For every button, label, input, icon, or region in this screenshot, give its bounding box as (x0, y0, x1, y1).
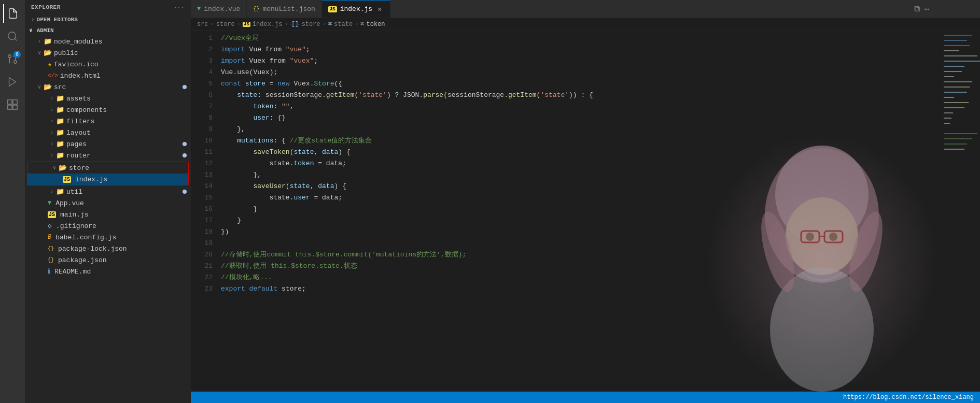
folder-icon: 📁 (56, 188, 64, 196)
folder-label: pages (66, 140, 183, 148)
sidebar-item-package-json[interactable]: {} package.json (25, 254, 191, 266)
svg-rect-8 (8, 105, 12, 109)
file-label: index.js (75, 176, 188, 183)
extensions-icon[interactable] (3, 95, 22, 114)
breadcrumb-sep: › (355, 21, 358, 28)
file-label: favicon.ico (54, 61, 191, 68)
sidebar-item-filters[interactable]: › 📁 filters (25, 116, 191, 127)
open-editors-section[interactable]: › OPEN EDITORS (25, 15, 191, 25)
svg-rect-24 (944, 50, 959, 51)
svg-point-2 (14, 61, 17, 64)
html-icon: </> (48, 73, 58, 79)
breadcrumb-token[interactable]: token (367, 21, 385, 28)
source-control-badge: 6 (13, 51, 21, 58)
code-line-10: mutations: { //更改state值的方法集合 (221, 135, 939, 147)
svg-rect-25 (944, 55, 977, 56)
root-label: ADMIN (37, 27, 54, 34)
json-icon: {} (48, 257, 54, 263)
breadcrumb-sep: › (284, 21, 288, 28)
status-url: https://blog.csdn.net/silence_xiang (843, 394, 974, 401)
folder-icon: 📁 (56, 106, 64, 114)
sidebar-item-package-lock[interactable]: {} package-lock.json (25, 243, 191, 254)
code-line-9: }, (221, 124, 939, 135)
folder-icon: 📂 (44, 83, 52, 91)
sidebar-item-src[interactable]: ∨ 📂 src (25, 81, 191, 93)
root-folder[interactable]: ∨ ADMIN (25, 25, 191, 36)
sidebar-item-main-js[interactable]: JS main.js (25, 209, 191, 220)
sidebar-item-components[interactable]: › 📁 components (25, 104, 191, 116)
svg-point-3 (8, 55, 11, 58)
code-line-7: token: "", (221, 101, 939, 112)
svg-rect-30 (944, 81, 972, 82)
property-icon2: ⌘ (360, 20, 364, 28)
sidebar-header: EXPLORER ··· (25, 0, 191, 15)
tab-label: index.js (340, 5, 372, 13)
folder-label: src (54, 83, 183, 91)
open-editors-label: OPEN EDITORS (37, 17, 78, 23)
run-icon[interactable] (3, 73, 22, 91)
tab-index-vue[interactable]: ▼ index.vue (191, 0, 247, 18)
sidebar-item-favicon[interactable]: ★ favicon.ico (25, 59, 191, 70)
file-label: .gitignore (56, 222, 191, 230)
code-line-19 (221, 238, 939, 249)
sidebar-item-app-vue[interactable]: ▼ App.vue (25, 197, 191, 209)
tab-label: index.vue (204, 5, 240, 13)
folder-icon: 📁 (56, 140, 64, 148)
breadcrumb-sep: › (237, 21, 241, 28)
code-area[interactable]: //vuex全局 import Vue from "vue"; import V… (217, 31, 939, 403)
sidebar-item-index-html[interactable]: </> index.html (25, 70, 191, 81)
breadcrumb-store2[interactable]: store (302, 21, 320, 28)
activity-bar: 6 (0, 0, 25, 403)
sidebar-item-node_modules[interactable]: › 📁 node_modules (25, 36, 191, 47)
breadcrumb-store[interactable]: store (216, 21, 235, 28)
js-icon: JS (48, 211, 56, 218)
code-line-1: //vuex全局 (221, 33, 939, 44)
js-icon: JS (63, 176, 71, 183)
svg-rect-28 (944, 71, 962, 72)
sidebar-item-layout[interactable]: › 📁 layout (25, 127, 191, 138)
file-label: package.json (58, 256, 191, 264)
sidebar-item-babel[interactable]: B babel.config.js (25, 232, 191, 243)
sidebar-item-gitignore[interactable]: ◇ .gitignore (25, 220, 191, 232)
tab-index-js[interactable]: JS index.js ✕ (322, 0, 390, 18)
file-label: main.js (60, 211, 191, 219)
sidebar-item-readme[interactable]: ℹ README.md (25, 266, 191, 277)
search-icon[interactable] (3, 27, 22, 46)
breadcrumb-src[interactable]: src (197, 21, 208, 28)
files-icon[interactable] (3, 4, 22, 23)
code-line-13: }, (221, 169, 939, 181)
more-actions-icon[interactable]: ⋯ (924, 4, 929, 15)
breadcrumb-state[interactable]: state (334, 21, 353, 28)
svg-rect-33 (944, 97, 954, 98)
sidebar-item-util[interactable]: › 📁 util (25, 186, 191, 197)
sidebar-item-index-js[interactable]: JS index.js (27, 174, 188, 185)
modified-dot (183, 85, 187, 89)
file-label: index.html (60, 72, 191, 80)
tab-close-button[interactable]: ✕ (375, 5, 384, 13)
sidebar-item-store[interactable]: ∨ 📂 store (27, 162, 188, 174)
svg-marker-5 (9, 78, 16, 87)
folder-icon: 📁 (56, 94, 64, 103)
svg-rect-31 (944, 87, 970, 88)
svg-rect-35 (944, 107, 964, 108)
breadcrumb-sep: › (323, 21, 326, 28)
svg-point-0 (8, 32, 16, 40)
sidebar-item-public[interactable]: ∨ 📂 public (25, 47, 191, 59)
tab-menulist-json[interactable]: {} menuList.json (247, 0, 321, 18)
file-label: App.vue (55, 199, 191, 207)
editor-actions: ⧉ ⋯ (910, 0, 933, 18)
js-tab-icon: JS (328, 6, 337, 12)
split-editor-icon[interactable]: ⧉ (914, 4, 920, 14)
more-icon[interactable]: ··· (174, 4, 185, 10)
code-line-11: saveToken(state, data) { (221, 147, 939, 158)
source-control-icon[interactable]: 6 (3, 50, 22, 68)
svg-rect-6 (8, 100, 12, 104)
code-line-5: const store = new Vuex.Store({ (221, 78, 939, 90)
sidebar-item-assets[interactable]: › 📁 assets (25, 93, 191, 104)
sidebar-item-pages[interactable]: › 📁 pages (25, 138, 191, 150)
sidebar-item-router[interactable]: › 📁 router (25, 150, 191, 161)
folder-label: store (69, 164, 188, 172)
code-line-12: state.token = data; (221, 158, 939, 169)
folder-icon: 📁 (44, 37, 52, 46)
breadcrumb-indexjs[interactable]: index.js (253, 21, 283, 28)
